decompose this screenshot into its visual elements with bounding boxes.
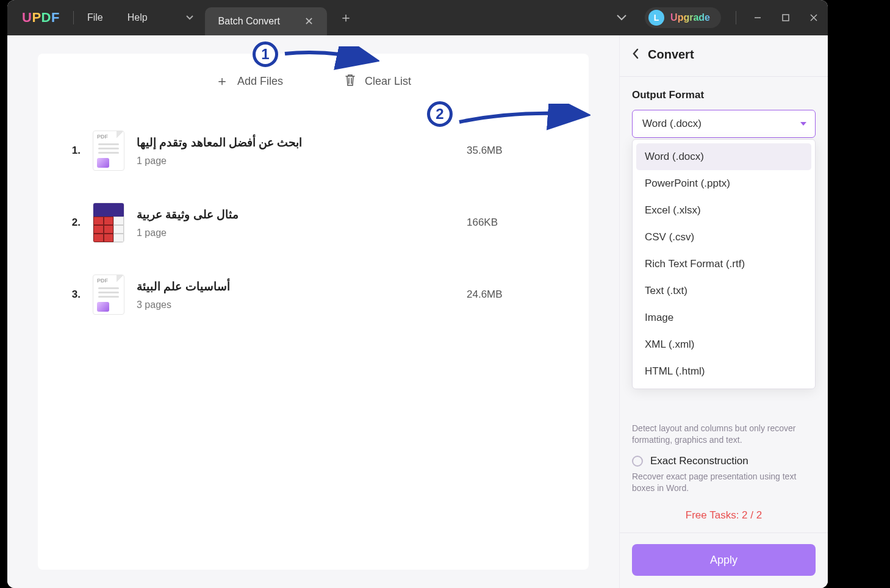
file-title: مثال على وثيقة عربية (137, 207, 454, 221)
panel-lower: Detect layout and columns but only recov… (632, 423, 816, 576)
annotation-2: 2 (427, 101, 453, 127)
format-dropdown: Word (.docx) PowerPoint (.pptx) Excel (.… (632, 139, 816, 389)
tab-dropdown-icon[interactable] (178, 6, 201, 29)
format-option-html[interactable]: HTML (.html) (636, 358, 811, 385)
exact-reconstruction-desc: Recover exact page presentation using te… (632, 471, 816, 495)
file-index: 2. (62, 217, 81, 229)
file-row[interactable]: 3. PDF أساسيات علم البيئة 3 pages 24.6MB (56, 259, 570, 331)
file-size: 24.6MB (467, 289, 564, 301)
content-area: ＋ Add Files Clear List 1. PDF (7, 35, 828, 588)
app-window: UPDF File Help Batch Convert ✕ ＋ L Upgra… (7, 0, 828, 588)
format-option-excel[interactable]: Excel (.xlsx) (636, 197, 811, 224)
exact-reconstruction-option[interactable]: Exact Reconstruction (632, 455, 816, 467)
window-controls (728, 0, 828, 35)
file-size: 35.6MB (467, 145, 564, 157)
separator (736, 11, 736, 24)
annotation-arrow-2 (456, 104, 590, 134)
file-thumbnail: PDF (93, 131, 124, 171)
upgrade-button[interactable]: L Upgrade (645, 7, 721, 28)
maximize-icon[interactable] (772, 0, 800, 35)
selected-format: Word (.docx) (642, 118, 702, 130)
file-pages: 1 page (137, 228, 454, 238)
format-option-xml[interactable]: XML (.xml) (636, 331, 811, 358)
format-option-rtf[interactable]: Rich Text Format (.rtf) (636, 251, 811, 278)
add-files-label: Add Files (237, 75, 283, 88)
close-icon[interactable] (800, 0, 828, 35)
tab-close-icon[interactable]: ✕ (304, 15, 314, 28)
file-size: 166KB (467, 217, 564, 229)
file-meta: أساسيات علم البيئة 3 pages (137, 279, 454, 310)
separator (620, 76, 828, 77)
clear-list-label: Clear List (365, 75, 411, 88)
menu-help[interactable]: Help (127, 12, 148, 23)
add-files-button[interactable]: ＋ Add Files (215, 72, 283, 90)
caret-down-icon (800, 118, 806, 129)
convert-panel: Convert Output Format Word (.docx) Word … (619, 35, 828, 588)
output-format-label: Output Format (632, 89, 816, 101)
tab-batch-convert[interactable]: Batch Convert ✕ (205, 7, 327, 35)
app-logo: UPDF (22, 10, 60, 26)
file-meta: مثال على وثيقة عربية 1 page (137, 207, 454, 238)
radio-icon (632, 456, 643, 467)
user-avatar: L (648, 10, 664, 26)
format-option-text[interactable]: Text (.txt) (636, 278, 811, 304)
file-title: أساسيات علم البيئة (137, 279, 454, 293)
layout-desc: Detect layout and columns but only recov… (632, 423, 816, 446)
separator (620, 532, 828, 533)
plus-icon: ＋ (215, 72, 229, 90)
exact-reconstruction-label: Exact Reconstruction (650, 455, 748, 467)
apply-button[interactable]: Apply (632, 544, 816, 576)
output-format-select[interactable]: Word (.docx) (632, 110, 816, 138)
titlebar-right: L Upgrade (617, 0, 828, 35)
svg-rect-1 (783, 15, 789, 21)
format-option-word[interactable]: Word (.docx) (636, 143, 811, 170)
file-list: 1. PDF ابحث عن أفضل المعاهد وتقدم إليها … (38, 109, 589, 337)
tab-area: Batch Convert ✕ ＋ (178, 0, 353, 35)
main-panel: ＋ Add Files Clear List 1. PDF (7, 35, 619, 588)
file-index: 3. (62, 289, 81, 301)
tab-add-icon[interactable]: ＋ (339, 9, 353, 27)
toolbar: ＋ Add Files Clear List (38, 66, 589, 109)
file-index: 1. (62, 145, 81, 157)
menu-file[interactable]: File (87, 12, 103, 23)
trash-icon (344, 73, 356, 90)
file-thumbnail: PDF (93, 274, 124, 315)
file-title: ابحث عن أفضل المعاهد وتقدم إليها (137, 135, 454, 149)
file-pages: 1 page (137, 156, 454, 167)
panel-title: Convert (648, 48, 694, 62)
format-option-powerpoint[interactable]: PowerPoint (.pptx) (636, 170, 811, 197)
annotation-arrow-1 (282, 46, 379, 71)
minimize-icon[interactable] (744, 0, 772, 35)
file-row[interactable]: 2. مثال على وثيقة عربية 1 page (56, 187, 570, 259)
separator (73, 11, 74, 24)
format-option-image[interactable]: Image (636, 304, 811, 331)
chevron-down-icon[interactable] (617, 12, 626, 23)
format-option-csv[interactable]: CSV (.csv) (636, 224, 811, 251)
upgrade-label: Upgrade (670, 12, 710, 23)
back-icon[interactable] (632, 48, 639, 62)
file-meta: ابحث عن أفضل المعاهد وتقدم إليها 1 page (137, 135, 454, 167)
file-thumbnail (93, 203, 124, 243)
annotation-1: 1 (253, 41, 278, 67)
free-tasks-label: Free Tasks: 2 / 2 (632, 509, 816, 522)
file-pages: 3 pages (137, 299, 454, 310)
titlebar: UPDF File Help Batch Convert ✕ ＋ L Upgra… (7, 0, 828, 35)
panel-header: Convert (632, 48, 816, 62)
tab-label: Batch Convert (218, 16, 280, 27)
clear-list-button[interactable]: Clear List (344, 73, 411, 90)
